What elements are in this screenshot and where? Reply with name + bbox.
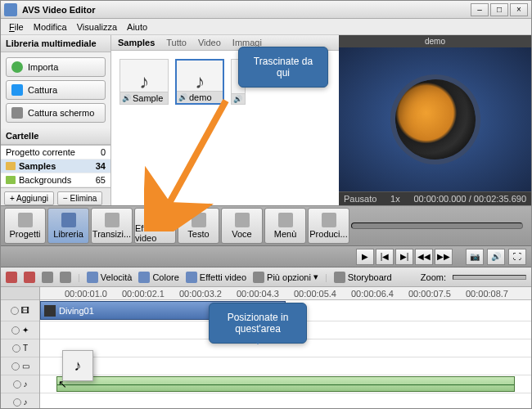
tab-produce[interactable]: Produci... (308, 208, 349, 244)
media-thumb[interactable]: ♪ 🔊Sample (119, 59, 169, 105)
step-fwd-button[interactable]: ▶▶ (435, 249, 453, 265)
menu-file[interactable]: File (4, 22, 29, 32)
tab-effects[interactable]: Effetti video (134, 208, 176, 244)
library-title: Samples (118, 38, 155, 47)
overlay-track[interactable] (40, 357, 531, 375)
tl-effects-button[interactable]: Effetti video (186, 272, 246, 283)
produce-icon (322, 213, 336, 227)
video-track-head[interactable]: 🎞 (1, 300, 39, 321)
app-icon (4, 3, 17, 16)
more-options-button[interactable]: Più opzioni▾ (253, 272, 318, 283)
music-note-icon: ♪ (195, 70, 205, 93)
effects-icon (148, 209, 163, 222)
audio-track-2[interactable] (40, 393, 531, 408)
folder-row[interactable]: Backgrounds65 (1, 173, 110, 187)
snapshot-button[interactable]: 📷 (466, 249, 484, 265)
clip-thumb-icon (44, 305, 56, 317)
preview-pane: demo Pausato 1x 00:00:00.000 / 00:02:35.… (339, 35, 531, 205)
audio-drop-target[interactable] (56, 376, 515, 392)
seek-bar[interactable] (351, 222, 523, 229)
screencap-button[interactable]: Cattura schermo (6, 103, 106, 123)
menu-view[interactable]: Visualizza (72, 22, 122, 32)
time-ruler[interactable]: 00:00:01.0 00:00:02.1 00:00:03.2 00:00:0… (40, 287, 531, 300)
audio-waveform-line (57, 384, 514, 385)
tab-projects[interactable]: Progetti (4, 208, 46, 244)
library-icon (61, 213, 76, 227)
delete-icon (24, 272, 35, 283)
timeline-toolbar: | Velocità Colore Effetti video Più opzi… (1, 267, 531, 287)
thumb-label: 🔊demo (177, 91, 223, 103)
screen-icon (11, 107, 23, 119)
minimize-button[interactable]: – (471, 3, 489, 16)
eye-icon (11, 326, 20, 335)
playback-controls (351, 222, 528, 229)
text-icon (192, 213, 206, 227)
transport-buttons: ▶ |◀ ▶| ◀◀ ▶▶ (356, 249, 453, 265)
titlebar: AVS Video Editor – □ × (1, 1, 531, 19)
eye-icon (12, 344, 20, 353)
maximize-button[interactable]: □ (490, 3, 508, 16)
tab-library[interactable]: Libreria (47, 208, 89, 244)
thumb-label: 🔊 (232, 93, 245, 104)
preview-title: demo (339, 35, 531, 47)
tab-transitions[interactable]: Transizi... (91, 208, 133, 244)
playback-speed: 1x (390, 194, 400, 204)
step-back-button[interactable]: ◀◀ (415, 249, 433, 265)
audio2-track-head[interactable]: ♪ (1, 393, 39, 408)
remove-folder-button[interactable]: − Elimina (57, 191, 102, 205)
overlay-track-head[interactable]: ▭ (1, 357, 39, 375)
delete-button[interactable] (24, 272, 35, 283)
import-button[interactable]: Importa (6, 57, 106, 77)
prev-button[interactable]: |◀ (376, 249, 394, 265)
text-track-head[interactable]: T (1, 339, 39, 357)
cut-button[interactable] (6, 272, 17, 283)
tab-menu[interactable]: Menù (264, 208, 306, 244)
folders-header: Cartelle (1, 128, 110, 145)
playback-time: 00:00:00.000 / 00:02:35.690 (413, 194, 526, 204)
svg-line-0 (160, 101, 226, 219)
close-button[interactable]: × (510, 3, 528, 16)
undo-button[interactable] (42, 272, 53, 283)
speed-button[interactable]: Velocità (87, 272, 133, 283)
folder-row[interactable]: Samples34 (1, 160, 110, 173)
capture-button[interactable]: Cattura (6, 80, 106, 100)
fx-icon (186, 272, 197, 283)
projects-icon (18, 213, 33, 227)
left-sidebar: Libreria multimediale Importa Cattura Ca… (1, 35, 111, 205)
playback-row: ▶ |◀ ▶| ◀◀ ▶▶ 📷 🔊 ⛶ (1, 246, 531, 267)
mute-button[interactable]: 🔊 (487, 249, 505, 265)
audio-track-head[interactable]: ♪ (1, 375, 39, 393)
plus-icon (11, 61, 23, 73)
voice-icon (235, 213, 250, 227)
redo-button[interactable] (60, 272, 71, 283)
zoom-label: Zoom: (421, 272, 446, 282)
next-button[interactable]: ▶| (395, 249, 413, 265)
menu-edit[interactable]: Modifica (29, 22, 72, 32)
tab-voice[interactable]: Voce (221, 208, 263, 244)
filter-video[interactable]: Video (198, 38, 221, 47)
color-button[interactable]: Colore (138, 272, 178, 283)
filter-all[interactable]: Tutto (166, 38, 187, 47)
add-folder-button[interactable]: + Aggiungi (4, 191, 54, 205)
eye-icon (11, 362, 20, 371)
media-thumb[interactable]: ♪ 🔊demo (175, 59, 224, 105)
storyboard-button[interactable]: Storyboard (334, 272, 392, 283)
fullscreen-button[interactable]: ⛶ (508, 249, 526, 265)
menubar: File Modifica Visualizza Aiuto (1, 19, 531, 35)
thumb-label: 🔊Sample (120, 92, 168, 104)
library-actions: Importa Cattura Cattura schermo (1, 52, 110, 128)
upper-area: Libreria multimediale Importa Cattura Ca… (1, 35, 531, 205)
color-icon (138, 272, 150, 283)
menu-help[interactable]: Aiuto (122, 22, 152, 32)
zoom-slider[interactable] (453, 275, 526, 280)
app-window: AVS Video Editor – □ × File Modifica Vis… (0, 0, 532, 409)
tab-text[interactable]: Testo (178, 208, 219, 244)
audio-track[interactable]: ↖ (40, 375, 531, 393)
folder-row[interactable]: Progetto corrente0 (1, 146, 110, 160)
track-headers: 🎞 ✦ T ▭ ♪ ♪ (1, 287, 40, 408)
speaker-graphic (383, 67, 487, 171)
fx-track-head[interactable]: ✦ (1, 321, 39, 339)
play-button[interactable]: ▶ (356, 249, 374, 265)
eye-icon (13, 398, 21, 407)
library-pane: Samples Tutto Video Immagi ♪ 🔊Sample ♪ 🔊… (111, 35, 339, 205)
